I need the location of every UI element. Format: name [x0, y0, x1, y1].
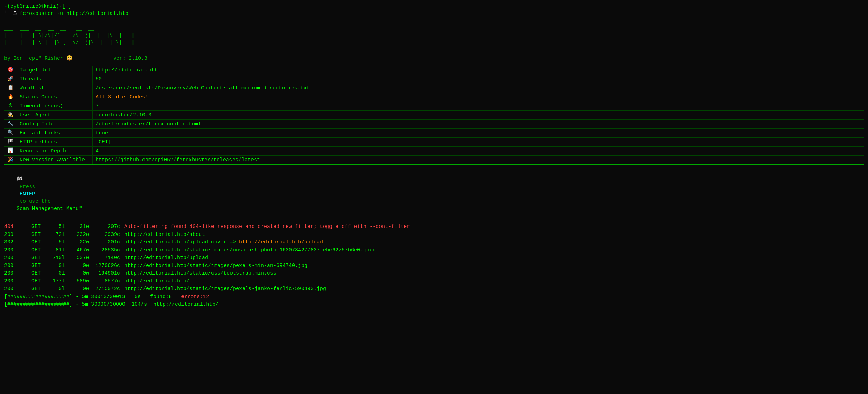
config-row: 📋Wordlist/usr/share/seclists/Discovery/W…	[4, 84, 864, 93]
redirect-url: http://editorial.htb/upload	[239, 239, 323, 247]
config-key: Recursion Depth	[17, 147, 93, 155]
progress-bar: [####################]	[4, 301, 72, 309]
config-row: ⏱Timeout (secs)7	[4, 102, 864, 111]
progress-counts: 30013/30013	[91, 293, 125, 301]
config-key: Threads	[17, 75, 93, 84]
flag-icon: 🏁	[17, 177, 23, 183]
result-url: http://editorial.htb/about	[124, 231, 205, 239]
config-key: New Version Available	[17, 156, 93, 164]
words-count: 31w	[69, 223, 93, 231]
results-section: 404GET5l31w207cAuto-filtering found 404-…	[4, 223, 864, 309]
press-enter-line: 🏁 Press [ENTER] to use the Scan Manageme…	[4, 169, 864, 220]
config-table: 🎯Target Urlhttp://editorial.htb🚀Threads5…	[4, 66, 864, 165]
config-val: 50	[93, 75, 864, 84]
http-method: GET	[17, 278, 45, 286]
config-icon: 🚀	[4, 75, 17, 84]
result-row: 200GET0l0w2715072chttp://editorial.htb/s…	[4, 285, 864, 293]
config-val: /usr/share/seclists/Discovery/Web-Conten…	[93, 84, 864, 93]
http-method: GET	[17, 254, 45, 262]
config-row: 🚀Threads50	[4, 75, 864, 84]
chars-count: 201c	[93, 239, 124, 247]
result-row: 200GET210l537w7140chttp://editorial.htb/…	[4, 254, 864, 262]
prompt-user: -(cyb3ritic㉿kali)-[~]	[4, 3, 71, 9]
chars-count: 28535c	[93, 247, 124, 254]
lines-count: 0l	[45, 285, 69, 293]
config-val: https://github.com/epi052/feroxbuster/re…	[93, 156, 864, 164]
chars-count: 2939c	[93, 231, 124, 239]
progress-bar: [####################]	[4, 293, 72, 301]
config-key: Config File	[17, 120, 93, 128]
config-val: feroxbuster/2.10.3	[93, 111, 864, 119]
config-val: /etc/feroxbuster/ferox-config.toml	[93, 120, 864, 128]
http-method: GET	[17, 247, 45, 254]
errors-label: errors:	[172, 293, 203, 301]
result-url: http://editorial.htb/static/css/bootstra…	[124, 270, 276, 278]
status-code: 200	[4, 262, 17, 270]
result-url: http://editorial.htb/	[124, 278, 189, 286]
lines-count: 0l	[45, 262, 69, 270]
redirect-arrow: =>	[227, 239, 239, 247]
prompt-arrow: └─	[4, 11, 10, 17]
status-code: 302	[4, 239, 17, 247]
ascii-art-banner: ___ ___ __ __ __ __ __ |__ |_ |_)|/\|/` …	[4, 19, 864, 54]
config-key: HTTP methods	[17, 138, 93, 146]
result-url: http://editorial.htb/upload	[124, 254, 208, 262]
lines-count: 5l	[45, 239, 69, 247]
status-code: 200	[4, 254, 17, 262]
words-count: 537w	[69, 254, 93, 262]
chars-count: 7140c	[93, 254, 124, 262]
lines-count: 5l	[45, 223, 69, 231]
progress-row: [####################] - 5m 30013/30013 …	[4, 293, 864, 301]
config-key: Status Codes	[17, 93, 93, 102]
words-count: 0w	[69, 285, 93, 293]
found-label: found:	[141, 293, 169, 301]
status-code: 200	[4, 285, 17, 293]
words-count: 22w	[69, 239, 93, 247]
config-val: 7	[93, 102, 864, 110]
lines-count: 72l	[45, 231, 69, 239]
config-row: 🔥Status CodesAll Status Codes!	[4, 93, 864, 102]
progress-time: - 5m	[72, 293, 91, 301]
words-count: 589w	[69, 278, 93, 286]
config-row: 🎉New Version Availablehttps://github.com…	[4, 156, 864, 164]
progress-time: - 5m	[72, 301, 91, 309]
config-val: true	[93, 129, 864, 137]
progress-elapsed: 0s	[125, 293, 141, 301]
terminal: -(cyb3ritic㉿kali)-[~] └─ $ feroxbuster -…	[4, 3, 864, 309]
progress-rate: 104/s	[125, 301, 147, 309]
chars-count: 2715072c	[93, 285, 124, 293]
result-url: http://editorial.htb/upload-cover	[124, 239, 227, 247]
progress-row: [####################] - 5m 30000/30000 …	[4, 301, 864, 309]
press-enter-text: Press	[17, 184, 38, 190]
status-code: 200	[4, 247, 17, 254]
chars-count: 8577c	[93, 278, 124, 286]
words-count: 467w	[69, 247, 93, 254]
config-key: Target Url	[17, 66, 93, 75]
lines-count: 0l	[45, 270, 69, 278]
config-icon: 🎉	[4, 156, 17, 164]
config-icon: 🔥	[4, 93, 17, 102]
progress-url: http://editorial.htb/	[147, 301, 218, 309]
config-icon: 🕵	[4, 111, 17, 119]
result-row: 302GET5l22w201chttp://editorial.htb/uplo…	[4, 239, 864, 247]
errors-num: 12	[203, 293, 209, 301]
scan-menu-text: Scan Management Menu™	[17, 206, 82, 212]
chars-count: 207c	[93, 223, 124, 231]
to-use-text: to use the	[17, 199, 54, 204]
words-count: 232w	[69, 231, 93, 239]
config-icon: 🔍	[4, 129, 17, 137]
config-key: User-Agent	[17, 111, 93, 119]
http-method: GET	[17, 262, 45, 270]
config-key: Wordlist	[17, 84, 93, 93]
config-row: 🔧Config File/etc/feroxbuster/ferox-confi…	[4, 120, 864, 129]
result-row: 200GET81l467w28535chttp://editorial.htb/…	[4, 247, 864, 254]
config-icon: 🎯	[4, 66, 17, 75]
config-val: [GET]	[93, 138, 864, 146]
result-url: http://editorial.htb/static/images/unspl…	[124, 247, 376, 254]
status-code: 200	[4, 270, 17, 278]
words-count: 0w	[69, 270, 93, 278]
config-key: Extract Links	[17, 129, 93, 137]
prompt-command: feroxbuster -u http://editorial.htb	[20, 11, 128, 17]
enter-bracket: [ENTER]	[17, 191, 38, 197]
config-val: http://editorial.htb	[93, 66, 864, 75]
